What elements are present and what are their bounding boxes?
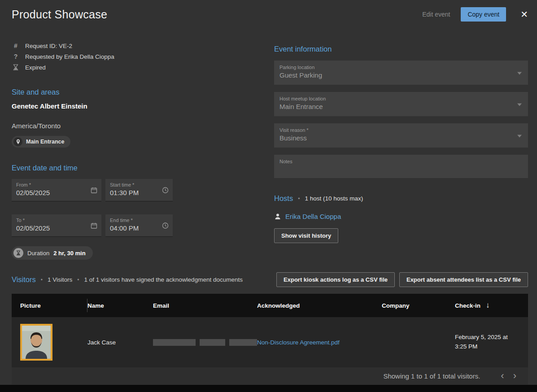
page-title: Product Showcase — [12, 8, 107, 21]
event-details-dialog: Product Showcase Edit event Copy event ✕… — [0, 0, 537, 392]
export-absent-attendees-button[interactable]: Export absent attendees list as a CSV fi… — [399, 272, 528, 287]
hosts-header: Hosts • 1 host (10 hosts max) — [274, 194, 528, 203]
visitors-table: Picture Name Email Acknowledged Company … — [12, 294, 528, 384]
request-id-row: # Request ID: VE-2 — [12, 40, 263, 51]
acknowledged-document-link[interactable]: Non-Disclosure Agreement.pdf — [257, 339, 340, 346]
export-kiosk-log-button[interactable]: Export kiosk actions log as a CSV file — [276, 272, 395, 287]
hosts-heading: Hosts — [274, 194, 293, 203]
host-meetup-location-select[interactable]: Host meetup location Main Entrance — [274, 92, 528, 116]
edit-event-button[interactable]: Edit event — [422, 11, 450, 18]
person-icon — [274, 213, 281, 220]
chevron-down-icon — [517, 135, 522, 138]
clock-icon[interactable] — [162, 187, 169, 193]
visitor-acknowledged-cell: Non-Disclosure Agreement.pdf — [257, 339, 382, 346]
redacted-email-blocks — [153, 339, 257, 346]
event-info-heading: Event information — [274, 45, 528, 53]
sort-descending-icon[interactable]: ↓ — [486, 301, 490, 310]
start-time-field[interactable]: Start time * 01:30 PM — [105, 179, 173, 201]
visit-reason-label: Visit reason * — [279, 127, 513, 133]
dot-separator: • — [298, 196, 300, 202]
start-time-value: 01:30 PM — [110, 189, 159, 196]
next-page-button[interactable]: › — [509, 371, 521, 381]
visitor-name: Jack Case — [87, 339, 153, 346]
duration-value: 2 hr, 30 min — [53, 250, 86, 257]
checkin-date: February 5, 2025 at — [455, 333, 528, 342]
event-datetime-heading: Event date and time — [12, 164, 263, 172]
left-column: # Request ID: VE-2 ? Requested by Erika … — [12, 40, 263, 260]
header-actions: Edit event Copy event ✕ — [422, 7, 528, 22]
redaction-block — [153, 339, 196, 346]
from-date-field[interactable]: From * 02/05/2025 — [12, 179, 101, 201]
visitors-section: Visitors • 1 Visitors • 1 of 1 visitors … — [0, 272, 537, 384]
timezone-text: America/Toronto — [12, 122, 263, 130]
from-date-value: 02/05/2025 — [16, 189, 88, 196]
status-row: Expired — [12, 62, 263, 73]
parking-location-select[interactable]: Parking location Guest Parking — [274, 61, 528, 85]
column-header-name[interactable]: Name — [87, 302, 153, 309]
dialog-bottom-edge — [0, 385, 537, 392]
copy-event-button[interactable]: Copy event — [461, 7, 506, 22]
visit-reason-value: Business — [279, 134, 513, 142]
to-date-label: To * — [16, 218, 88, 223]
previous-page-button[interactable]: ‹ — [496, 371, 508, 381]
area-badge: Main Entrance — [12, 136, 70, 148]
to-date-field[interactable]: To * 02/05/2025 — [12, 214, 101, 237]
clock-icon[interactable] — [162, 222, 169, 229]
parking-location-label: Parking location — [279, 65, 513, 70]
datetime-fields: From * 02/05/2025 Start time * 01:30 PM … — [12, 179, 263, 237]
visitors-header: Visitors • 1 Visitors • 1 of 1 visitors … — [12, 272, 528, 287]
host-meetup-location-label: Host meetup location — [279, 96, 513, 101]
host-link[interactable]: Erika Della Cioppa — [285, 213, 341, 220]
chevron-down-icon — [517, 104, 522, 106]
visitors-actions: Export kiosk actions log as a CSV file E… — [276, 272, 528, 287]
column-header-picture[interactable]: Picture — [20, 294, 87, 317]
from-date-label: From * — [16, 182, 88, 187]
host-row: Erika Della Cioppa — [274, 213, 528, 220]
to-date-value: 02/05/2025 — [16, 224, 88, 232]
site-areas-heading: Site and areas — [12, 88, 263, 96]
column-header-checkin[interactable]: Check-in ↓ — [455, 301, 528, 310]
duration-badge: Duration 2 hr, 30 min — [12, 246, 93, 260]
visitor-photo[interactable] — [20, 324, 52, 361]
table-header-row: Picture Name Email Acknowledged Company … — [12, 294, 528, 317]
visitors-ack-summary: 1 of 1 visitors have signed the acknowle… — [84, 276, 242, 283]
table-row[interactable]: Jack Case Non-Disclosure Agreement.pdf F… — [12, 317, 528, 367]
dot-separator: • — [77, 277, 79, 283]
column-header-acknowledged[interactable]: Acknowledged — [257, 302, 382, 309]
column-header-email[interactable]: Email — [153, 302, 257, 309]
parking-location-value: Guest Parking — [279, 71, 513, 79]
area-badge-label: Main Entrance — [26, 139, 64, 145]
hosts-summary: 1 host (10 hosts max) — [305, 195, 363, 202]
calendar-icon[interactable] — [91, 222, 97, 229]
requested-by-row: ? Requested by Erika Della Cioppa — [12, 51, 263, 62]
requested-by-text: Requested by Erika Della Cioppa — [25, 53, 114, 60]
start-time-label: Start time * — [110, 182, 159, 187]
visitors-heading: Visitors — [12, 275, 36, 284]
column-header-company[interactable]: Company — [382, 302, 455, 309]
checkin-header-label: Check-in — [455, 302, 480, 309]
dialog-header: Product Showcase Edit event Copy event ✕ — [0, 0, 537, 22]
visitor-email-redacted — [153, 339, 257, 346]
visitors-count: 1 Visitors — [48, 276, 72, 283]
notes-label: Notes — [279, 159, 523, 164]
hourglass-icon — [13, 248, 23, 258]
duration-label: Duration — [27, 250, 49, 257]
redaction-block — [200, 339, 225, 346]
host-meetup-location-value: Main Entrance — [279, 103, 513, 110]
pagination-summary: Showing 1 to 1 of 1 total visitors. — [383, 372, 480, 380]
redaction-block — [229, 339, 257, 346]
close-icon[interactable]: ✕ — [520, 9, 528, 20]
status-text: Expired — [25, 64, 46, 71]
chevron-down-icon — [517, 72, 522, 75]
end-time-field[interactable]: End time * 04:00 PM — [105, 214, 173, 237]
visit-reason-select[interactable]: Visit reason * Business — [274, 123, 528, 148]
table-footer: Showing 1 to 1 of 1 total visitors. ‹ › — [12, 367, 528, 384]
hash-icon: # — [12, 42, 20, 49]
dialog-body: # Request ID: VE-2 ? Requested by Erika … — [0, 40, 537, 260]
location-pin-icon — [13, 137, 22, 146]
show-visit-history-button[interactable]: Show visit history — [274, 228, 338, 243]
right-column: Event information Parking location Guest… — [274, 40, 528, 260]
calendar-icon[interactable] — [91, 187, 97, 193]
end-time-value: 04:00 PM — [110, 224, 159, 232]
notes-input[interactable]: Notes — [274, 155, 528, 178]
